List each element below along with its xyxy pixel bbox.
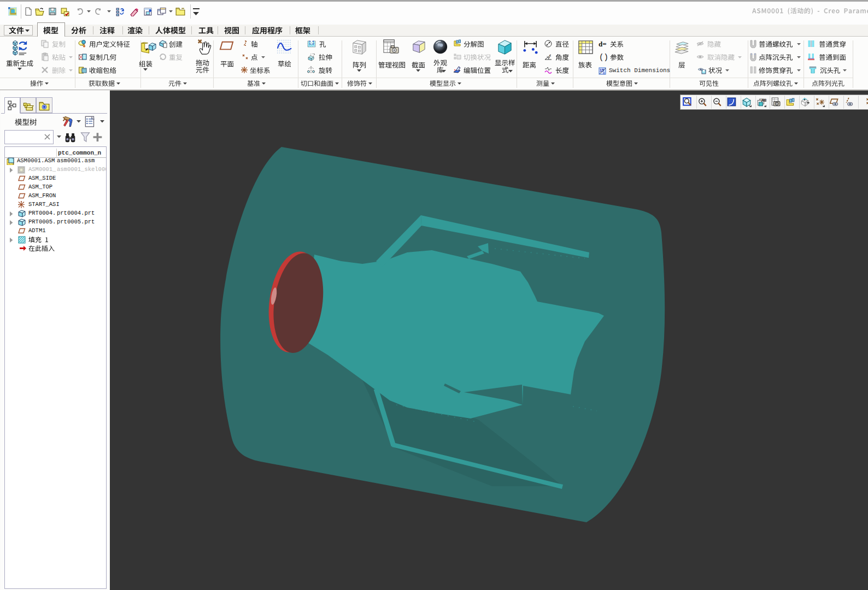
svg-text:(): () [599, 53, 607, 61]
svg-text:5: 5 [549, 54, 551, 57]
svg-text:x: x [603, 71, 605, 75]
svg-text:AB: AB [761, 98, 766, 102]
svg-text:d=: d= [599, 40, 607, 48]
